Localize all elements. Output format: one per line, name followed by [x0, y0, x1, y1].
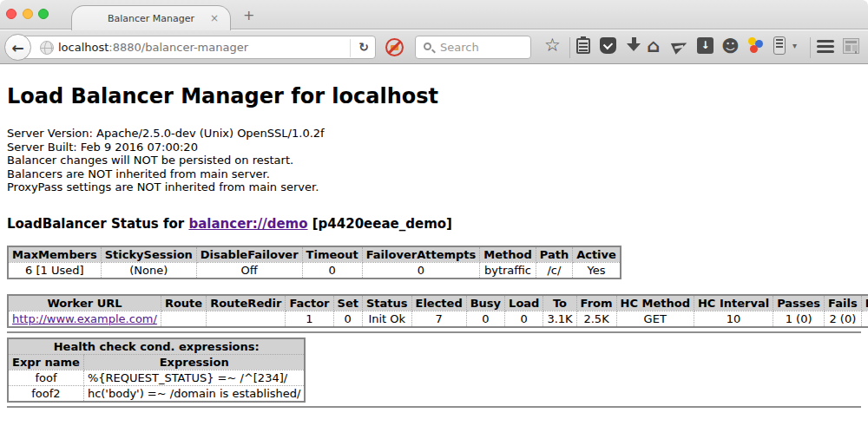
cell-expr-name: foof2	[8, 385, 83, 402]
table-header-row: Worker URL Route RouteRedir Factor Set S…	[8, 295, 868, 311]
grid-window-icon[interactable]	[843, 38, 859, 54]
inherit-notice-line: Balancers are NOT inherited from main se…	[7, 167, 861, 181]
col-disablefailover: DisableFailover	[196, 246, 302, 263]
section-divider	[7, 331, 861, 333]
col-load: Load	[505, 295, 543, 311]
balancer-demo-link[interactable]: balancer://demo	[188, 216, 307, 232]
col-expression: Expression	[83, 354, 305, 370]
menu-hamburger-icon[interactable]	[817, 40, 834, 54]
tab-balancer-manager[interactable]: Balancer Manager ×	[71, 5, 231, 30]
col-passes: Passes	[773, 295, 825, 311]
col-route: Route	[161, 295, 206, 311]
extension-dropdown-icon[interactable]: ▾	[792, 41, 797, 50]
feedback-smiley-icon[interactable]: ☻	[721, 36, 740, 56]
url-bar[interactable]: localhost:8880/balancer-manager ↻	[17, 36, 376, 59]
cell-from: 2.5K	[576, 311, 616, 327]
cell-maxmembers: 6 [1 Used]	[8, 262, 101, 279]
window-minimize-button[interactable]	[23, 9, 33, 19]
health-check-table: Health check cond. expressions: Expr nam…	[7, 338, 306, 403]
new-tab-button[interactable]: +	[243, 7, 254, 23]
reload-icon[interactable]: ↻	[358, 40, 369, 54]
table-row: 6 [1 Used] (None) Off 0 0 bytraffic /c/ …	[8, 262, 621, 279]
col-status: Status	[362, 295, 411, 311]
cell-factor: 1	[286, 311, 333, 327]
col-worker-url: Worker URL	[8, 295, 161, 311]
proxypass-notice-line: ProxyPass settings are NOT inherited fro…	[7, 180, 861, 194]
url-text[interactable]: localhost:8880/balancer-manager	[58, 41, 248, 54]
search-input[interactable]	[438, 39, 525, 56]
server-version-line: Server Version: Apache/2.5.0-dev (Unix) …	[7, 127, 861, 141]
tab-title: Balancer Manager	[108, 13, 194, 24]
col-active: Active	[573, 246, 621, 263]
tab-close-icon[interactable]: ×	[210, 12, 219, 24]
col-failoverattempts: FailoverAttempts	[362, 246, 480, 263]
cell-active: Yes	[573, 262, 621, 279]
page-bottom-divider	[7, 406, 861, 408]
status-heading-suffix: [p4420eeae_demo]	[308, 216, 452, 232]
col-factor: Factor	[286, 295, 333, 311]
col-hc-uri: HC uri	[861, 295, 868, 311]
page-title: Load Balancer Manager for localhost	[7, 84, 861, 108]
col-busy: Busy	[466, 295, 504, 311]
worker-url-link[interactable]: http://www.example.com/	[12, 312, 157, 325]
window-close-button[interactable]	[6, 9, 16, 19]
titlebar: Balancer Manager × +	[0, 0, 868, 29]
cell-path: /c/	[536, 262, 572, 279]
search-icon	[424, 43, 431, 50]
home-icon[interactable]: ⌂	[647, 36, 660, 56]
send-page-icon[interactable]	[671, 37, 689, 55]
balancer-parameters-table: MaxMembers StickySession DisableFailover…	[7, 246, 621, 279]
cell-fails: 2 (0)	[825, 311, 862, 327]
toolbar-separator	[810, 37, 811, 58]
cell-to: 3.1K	[543, 311, 576, 327]
health-table-title: Health check cond. expressions:	[8, 338, 305, 355]
back-button[interactable]: ←	[4, 34, 31, 61]
cell-load: 0	[505, 311, 543, 327]
table-row: http://www.example.com/ 1 0 Init Ok 7 0 …	[8, 311, 868, 327]
site-identity-globe-icon[interactable]	[40, 41, 54, 55]
page-content: Load Balancer Manager for localhost Serv…	[0, 65, 868, 426]
col-maxmembers: MaxMembers	[8, 246, 101, 263]
bookmark-star-icon[interactable]: ☆	[544, 35, 561, 56]
col-stickysession: StickySession	[101, 246, 196, 263]
search-bar[interactable]	[415, 36, 531, 59]
cell-expression: %{REQUEST_STATUS} =~ /^[234]/	[83, 370, 305, 385]
cell-set: 0	[333, 311, 362, 327]
cell-hc-method: GET	[616, 311, 694, 327]
cell-hc-interval: 10	[694, 311, 773, 327]
cell-failoverattempts: 0	[362, 262, 480, 279]
persist-notice-line: Balancer changes will NOT be persisted o…	[7, 154, 861, 167]
download-panel-icon[interactable]: ↓	[697, 37, 713, 54]
table-title-row: Health check cond. expressions:	[8, 338, 305, 355]
col-from: From	[576, 295, 616, 311]
table-header-row: MaxMembers StickySession DisableFailover…	[8, 246, 621, 263]
clipboard-icon[interactable]	[576, 38, 590, 54]
plugin-blocked-icon[interactable]	[385, 38, 404, 56]
col-to: To	[543, 295, 576, 311]
cell-status: Init Ok	[362, 311, 411, 327]
cell-route	[161, 311, 206, 327]
worker-table: Worker URL Route RouteRedir Factor Set S…	[7, 294, 868, 328]
cell-timeout: 0	[302, 262, 362, 279]
navigation-toolbar: localhost:8880/balancer-manager ↻ ← ☆ ⌂ …	[0, 30, 868, 64]
col-hc-method: HC Method	[616, 295, 694, 311]
server-built-line: Server Built: Feb 9 2016 07:00:20	[7, 141, 861, 154]
cell-busy: 0	[466, 311, 504, 327]
container-extension-icon[interactable]	[773, 36, 786, 55]
url-path: :8880/balancer-manager	[108, 41, 248, 54]
colored-dots-extension-icon[interactable]	[747, 37, 765, 55]
downloads-icon[interactable]	[627, 37, 641, 53]
window-zoom-button[interactable]	[38, 9, 49, 19]
pocket-icon[interactable]	[600, 37, 616, 54]
col-routeredir: RouteRedir	[207, 295, 286, 311]
table-row: foof %{REQUEST_STATUS} =~ /^[234]/	[8, 370, 305, 385]
urlbar-separator	[350, 39, 351, 57]
table-header-row: Expr name Expression	[8, 354, 305, 370]
cell-stickysession: (None)	[101, 262, 196, 279]
url-host: localhost	[58, 41, 108, 54]
cell-worker-url: http://www.example.com/	[8, 311, 161, 327]
cell-elected: 7	[411, 311, 466, 327]
col-fails: Fails	[825, 295, 862, 311]
col-method: Method	[480, 246, 536, 263]
loadbalancer-status-heading: LoadBalancer Status for balancer://demo …	[7, 217, 861, 232]
